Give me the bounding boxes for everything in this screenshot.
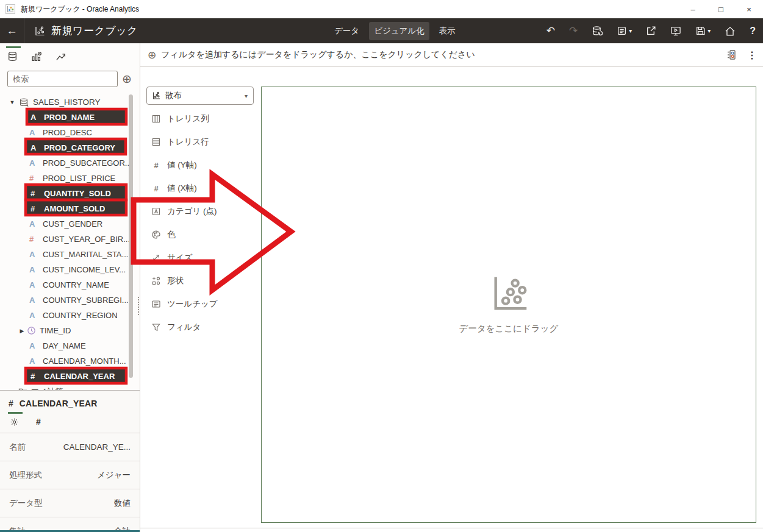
tab-analytics[interactable]: [31, 48, 42, 62]
field-item[interactable]: #AMOUNT_SOLD: [27, 201, 125, 216]
category-icon: [151, 207, 161, 216]
field-item[interactable]: ACUST_MARITAL_STA...: [0, 247, 140, 262]
visualization-canvas[interactable]: データをここにドラッグ: [261, 87, 756, 523]
undo-button[interactable]: ↶: [546, 26, 555, 36]
dropzone-x-axis[interactable]: # 値 (X軸): [140, 177, 261, 200]
tab-present[interactable]: 表示: [434, 22, 460, 40]
maximize-button[interactable]: □: [707, 0, 735, 18]
app-icon: [5, 4, 15, 14]
field-label: CUST_YEAR_OF_BIR...: [43, 235, 130, 244]
present-button[interactable]: [670, 26, 681, 37]
field-item[interactable]: ACOUNTRY_REGION: [0, 308, 140, 323]
field-item[interactable]: #PROD_LIST_PRICE: [0, 171, 140, 186]
dropzone-shape[interactable]: 形状: [140, 269, 261, 293]
field-label: PROD_SUBCATEGOR...: [43, 158, 132, 168]
field-item[interactable]: APROD_NAME: [27, 110, 125, 125]
tree-scrollbar[interactable]: [129, 94, 133, 378]
dropzone-trellis-rows[interactable]: トレリス行: [140, 130, 261, 154]
field-label: PROD_LIST_PRICE: [43, 174, 115, 183]
canvas-drop-hint: データをここにドラッグ: [459, 323, 559, 335]
data-panel: ⊕ ▼ SALES_HISTORY APROD_NAME APROD_DESC …: [0, 43, 140, 532]
text-type-icon: A: [30, 113, 44, 122]
filter-bar: ⊕ フィルタを追加するにはデータをドラッグするか、ここをクリックしてください ⋮: [140, 43, 763, 67]
workbook-scatter-icon: [34, 26, 45, 37]
dropzone-y-axis[interactable]: # 値 (Y軸): [140, 154, 261, 177]
color-palette-icon: [151, 230, 161, 239]
number-type-icon: #: [30, 189, 44, 198]
home-button[interactable]: [725, 26, 736, 37]
export-button[interactable]: [646, 26, 656, 36]
scatter-placeholder-icon: [490, 275, 528, 313]
field-item[interactable]: ADAY_NAME: [0, 338, 140, 353]
properties-number-tab[interactable]: #: [36, 417, 41, 427]
field-label: PROD_NAME: [44, 113, 95, 122]
filter-prompt[interactable]: フィルタを追加するにはデータをドラッグするか、ここをクリックしてください: [161, 49, 475, 60]
field-item[interactable]: APROD_DESC: [0, 125, 140, 140]
redo-button[interactable]: ↷: [569, 26, 578, 36]
number-type-icon: #: [30, 204, 44, 213]
grammar-panel-toggle[interactable]: [726, 49, 737, 60]
tab-visualize[interactable]: ビジュアル化: [369, 22, 429, 40]
dataset-row[interactable]: ▼ SALES_HISTORY: [0, 94, 140, 110]
window-titlebar: 新規ワークブック - Oracle Analytics – □ ×: [0, 0, 763, 18]
property-row[interactable]: 名前 CALENDAR_YE...: [0, 433, 140, 461]
trellis-rows-icon: [151, 137, 161, 147]
caret-down-icon: ▾: [245, 93, 248, 99]
add-dataset-button[interactable]: ⊕: [122, 73, 132, 85]
field-label: CALENDAR_MONTH...: [43, 356, 126, 366]
tab-data[interactable]: データ: [329, 22, 364, 40]
collapse-arrow-icon[interactable]: ▼: [7, 99, 17, 105]
field-item[interactable]: APROD_CATEGORY: [27, 140, 125, 155]
field-item[interactable]: #CUST_YEAR_OF_BIR...: [0, 232, 140, 247]
dropzone-color[interactable]: 色: [140, 223, 261, 246]
property-label: 名前: [9, 442, 26, 453]
text-type-icon: A: [29, 296, 43, 305]
filter-funnel-icon: [151, 322, 161, 332]
property-row[interactable]: データ型 数値: [0, 489, 140, 517]
workbook-title: 新規ワークブック: [51, 24, 138, 38]
dropzone-filter[interactable]: フィルタ: [140, 316, 261, 339]
grammar-panel: 散布 ▾ トレリス列 トレリス行 # 値 (Y軸) # 値 (X軸) カテゴリ …: [140, 67, 261, 528]
field-label: COUNTRY_NAME: [43, 280, 109, 289]
close-button[interactable]: ×: [735, 0, 763, 18]
properties-general-tab[interactable]: [10, 417, 19, 427]
trellis-columns-icon: [151, 114, 161, 124]
field-item[interactable]: ACUST_GENDER: [0, 216, 140, 232]
field-item[interactable]: ACOUNTRY_SUBREGI...: [0, 293, 140, 308]
field-item[interactable]: ▶ TIME_ID: [0, 323, 140, 338]
search-input[interactable]: [7, 71, 118, 87]
number-type-icon: #: [29, 174, 43, 183]
property-row[interactable]: 処理形式 メジャー: [0, 461, 140, 489]
field-tree: ▼ SALES_HISTORY APROD_NAME APROD_DESC AP…: [0, 90, 140, 391]
refresh-data-icon[interactable]: [592, 26, 603, 37]
number-type-icon: #: [151, 184, 161, 193]
dropzone-trellis-columns[interactable]: トレリス列: [140, 107, 261, 130]
back-button[interactable]: ←: [0, 18, 24, 43]
search-row: ⊕: [0, 68, 140, 90]
tab-advanced-analytics[interactable]: [56, 48, 66, 62]
field-item[interactable]: APROD_SUBCATEGOR...: [0, 155, 140, 171]
expand-arrow-icon[interactable]: ▶: [17, 328, 27, 334]
field-label: CALENDAR_YEAR: [44, 372, 115, 381]
field-item[interactable]: ACUST_INCOME_LEV...: [0, 262, 140, 277]
number-type-icon: #: [29, 235, 43, 244]
field-item[interactable]: ACALENDAR_MONTH...: [0, 353, 140, 369]
field-item[interactable]: #QUANTITY_SOLD: [27, 186, 125, 201]
dropzone-tooltip[interactable]: ツールチップ: [140, 293, 261, 316]
dropzone-category-points[interactable]: カテゴリ (点): [140, 200, 261, 223]
viz-type-label: 散布: [165, 90, 182, 101]
field-item[interactable]: #CALENDAR_YEAR: [27, 369, 125, 384]
minimize-button[interactable]: –: [679, 0, 707, 18]
add-filter-icon[interactable]: ⊕: [148, 50, 156, 60]
dataset-label: SALES_HISTORY: [33, 98, 101, 107]
field-item[interactable]: ACOUNTRY_NAME: [0, 277, 140, 293]
save-button[interactable]: ▾: [695, 26, 711, 36]
viz-type-dropdown[interactable]: 散布 ▾: [146, 87, 254, 105]
help-button[interactable]: ?: [750, 26, 756, 36]
panel-resize-handle[interactable]: [138, 297, 139, 315]
kebab-menu-button[interactable]: ⋮: [747, 49, 757, 61]
tab-data-elements[interactable]: [7, 48, 18, 62]
dropzone-size[interactable]: サイズ: [140, 246, 261, 269]
data-panel-tabs: [0, 43, 140, 68]
canvas-notes-button[interactable]: ▾: [617, 26, 632, 36]
